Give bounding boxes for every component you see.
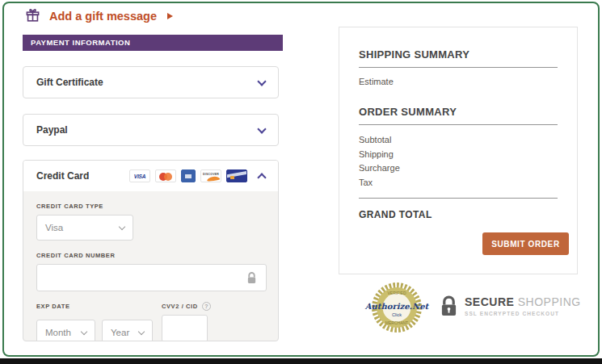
secure-shopping-text: SECURE SHOPPING SSL ENCRYPTED CHECKOUT <box>465 295 581 317</box>
checkout-page: Add a gift message PAYMENT INFORMATION G… <box>0 0 602 364</box>
line-item-shipping: Shipping <box>359 148 558 162</box>
accepted-cards: VISA DISCOVER <box>129 169 247 182</box>
card-type-select[interactable]: Visa <box>36 215 133 241</box>
cvv-label: CVV2 / CID <box>162 303 198 310</box>
divider <box>359 124 558 125</box>
line-item-tax: Tax <box>359 176 558 190</box>
divider <box>359 198 558 199</box>
add-gift-message-link[interactable]: Add a gift message <box>25 8 173 23</box>
gift-message-label: Add a gift message <box>49 10 157 23</box>
order-line-items: Subtotal Shipping Surcharge Tax <box>359 133 558 190</box>
bottom-edge <box>0 358 602 364</box>
card-type-value: Visa <box>45 223 63 232</box>
shipping-summary-title: SHIPPING SUMMARY <box>359 48 558 61</box>
line-item-surcharge: Surcharge <box>359 161 558 176</box>
generic-card-icon <box>226 169 247 182</box>
discover-card-icon: DISCOVER <box>200 169 221 182</box>
divider <box>359 67 558 68</box>
chevron-down-icon <box>119 223 125 229</box>
card-type-label: CREDIT CARD TYPE <box>36 203 265 210</box>
submit-order-button[interactable]: SUBMIT ORDER <box>482 232 569 255</box>
help-icon[interactable]: ? <box>202 302 211 311</box>
credit-card-section: Credit Card VISA DISCOVER CREDIT CARD TY… <box>23 160 279 341</box>
exp-month-value: Month <box>45 328 71 337</box>
chevron-down-icon <box>257 77 266 86</box>
chevron-up-icon <box>257 173 266 182</box>
chevron-down-icon <box>138 328 145 334</box>
lock-icon <box>440 295 457 317</box>
credit-card-form: CREDIT CARD TYPE Visa CREDIT CARD NUMBER… <box>23 191 278 341</box>
gift-certificate-accordion[interactable]: Gift Certificate <box>23 66 279 98</box>
order-summary-panel: SHIPPING SUMMARY Estimate ORDER SUMMARY … <box>339 27 578 274</box>
chevron-down-icon <box>257 124 266 133</box>
shopping-word: SHOPPING <box>518 295 581 308</box>
seal-name-text: Authorize.Net <box>364 302 430 311</box>
exp-date-label: EXP DATE <box>36 303 265 310</box>
seal-arc-top-text: VERIFIED <box>387 291 406 295</box>
secure-shopping-badge: SECURE SHOPPING SSL ENCRYPTED CHECKOUT <box>440 295 581 317</box>
arrow-right-icon <box>167 13 173 19</box>
grand-total-label: GRAND TOTAL <box>359 209 558 220</box>
credit-card-accordion[interactable]: Credit Card VISA DISCOVER <box>23 161 278 191</box>
paypal-label: Paypal <box>36 124 68 136</box>
lock-icon <box>246 271 257 287</box>
amex-card-icon <box>181 169 196 182</box>
exp-cvv-row: EXP DATE Month Year CVV2 / CID ? <box>36 303 265 341</box>
cvv-input[interactable] <box>162 315 208 341</box>
gift-certificate-label: Gift Certificate <box>36 77 103 88</box>
mastercard-card-icon <box>155 169 176 182</box>
ssl-subtitle: SSL ENCRYPTED CHECKOUT <box>465 311 581 316</box>
paypal-accordion[interactable]: Paypal <box>23 114 279 146</box>
exp-year-select[interactable]: Year <box>102 320 153 341</box>
cvv-group: CVV2 / CID ? <box>162 303 211 341</box>
payment-information-header: PAYMENT INFORMATION <box>23 35 283 51</box>
card-number-input[interactable] <box>36 264 267 291</box>
exp-year-value: Year <box>111 328 129 337</box>
visa-card-icon: VISA <box>129 169 150 182</box>
card-number-label: CREDIT CARD NUMBER <box>36 252 265 259</box>
card-number-wrap <box>36 264 265 291</box>
seal-click-text: Click <box>392 312 402 317</box>
secure-word: SECURE <box>465 295 514 308</box>
estimate-label: Estimate <box>359 77 558 86</box>
exp-date-selects: Month Year <box>36 320 265 341</box>
exp-month-select[interactable]: Month <box>36 320 95 341</box>
authorize-net-seal[interactable]: VERIFIED Authorize.Net Click MERCHANT <box>370 281 423 334</box>
seal-arc-bottom-text: MERCHANT <box>385 320 408 325</box>
line-item-subtotal: Subtotal <box>359 133 558 148</box>
order-summary-title: ORDER SUMMARY <box>359 106 558 118</box>
credit-card-label: Credit Card <box>36 170 89 182</box>
chevron-down-icon <box>81 328 87 334</box>
gift-icon <box>25 8 40 23</box>
